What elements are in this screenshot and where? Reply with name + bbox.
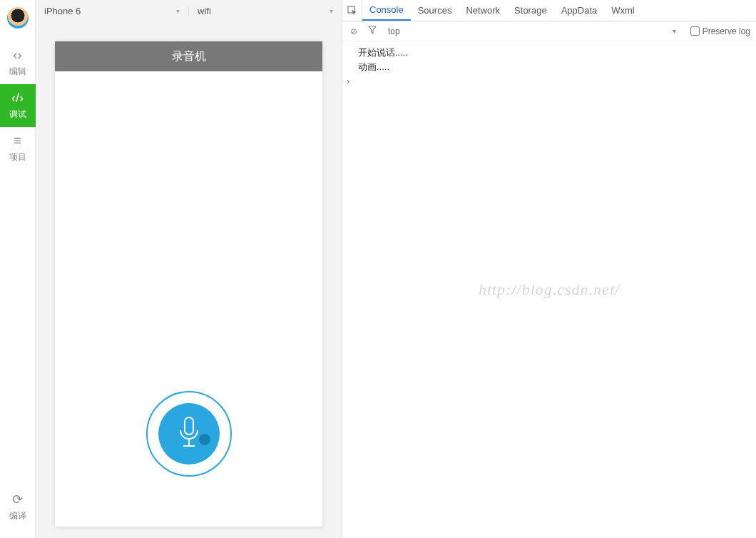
simulator-panel: iPhone 6 ▾ wifi ▾ 录音机 [36, 0, 342, 538]
preserve-log-label: Preserve log [703, 26, 750, 36]
clear-console-icon[interactable]: ⊘ [348, 26, 359, 36]
console-line: 开始说话..... [355, 46, 756, 60]
tab-label: Storage [514, 5, 547, 16]
chevron-down-icon: ▾ [330, 7, 333, 15]
sidebar-item-label: 编译 [9, 510, 26, 522]
device-select-value: iPhone 6 [44, 6, 81, 16]
console-toolbar: ⊘ top ▾ Preserve log [342, 21, 756, 41]
svg-rect-0 [185, 417, 193, 435]
tab-label: Network [466, 5, 500, 16]
tab-label: AppData [561, 5, 598, 16]
tab-network[interactable]: Network [459, 0, 507, 21]
microphone-icon [175, 416, 203, 452]
tab-label: Wxml [611, 5, 635, 16]
simulator-header: iPhone 6 ▾ wifi ▾ [36, 0, 342, 21]
sidebar-item-edit[interactable]: ‹› 编辑 [0, 41, 36, 84]
sidebar-item-debug[interactable]: ‹/› 调试 [0, 84, 36, 127]
app-navbar: 录音机 [55, 41, 322, 71]
sidebar-item-compile[interactable]: ⟳ 编译 [0, 485, 36, 528]
network-select-value: wifi [198, 6, 211, 16]
record-core [158, 403, 220, 465]
console-line: 动画..... [355, 60, 756, 74]
chevron-down-icon: ▾ [673, 27, 676, 35]
left-sidebar: ‹› 编辑 ‹/› 调试 ≡ 项目 ⟳ 编译 [0, 0, 36, 538]
tab-label: Console [369, 4, 404, 15]
sidebar-item-label: 调试 [9, 108, 26, 121]
tab-storage[interactable]: Storage [507, 0, 554, 21]
menu-icon: ≡ [14, 133, 21, 148]
tab-sources[interactable]: Sources [411, 0, 459, 21]
console-output[interactable]: 开始说话..... 动画..... › http://blog.csdn.net… [342, 41, 756, 538]
record-button[interactable] [146, 391, 232, 477]
sidebar-item-label: 项目 [9, 151, 26, 163]
tab-console[interactable]: Console [362, 0, 411, 21]
tab-wxml[interactable]: Wxml [604, 0, 642, 21]
watermark-text: http://blog.csdn.net/ [479, 280, 620, 299]
sidebar-item-project[interactable]: ≡ 项目 [0, 127, 36, 170]
device-select[interactable]: iPhone 6 ▾ [36, 6, 189, 16]
code-icon: ‹› [14, 48, 22, 63]
devtools-tabs: Console Sources Network Storage AppData … [342, 0, 756, 21]
preserve-log-toggle[interactable]: Preserve log [690, 26, 750, 36]
filter-icon[interactable] [367, 26, 378, 36]
sidebar-item-label: 编辑 [9, 66, 26, 78]
devtools-panel: Console Sources Network Storage AppData … [342, 0, 756, 538]
chevron-down-icon: ▾ [176, 7, 180, 15]
preserve-log-checkbox[interactable] [690, 26, 700, 36]
compile-icon: ⟳ [12, 492, 23, 507]
app-content [55, 71, 322, 527]
avatar[interactable] [7, 7, 29, 29]
tab-appdata[interactable]: AppData [554, 0, 605, 21]
element-picker-icon[interactable] [342, 0, 362, 21]
phone-frame: 录音机 [55, 41, 322, 527]
app-title: 录音机 [172, 49, 206, 64]
network-select[interactable]: wifi ▾ [189, 6, 342, 16]
tab-label: Sources [418, 5, 452, 16]
console-prompt-icon: › [347, 74, 349, 88]
debug-icon: ‹/› [11, 91, 24, 106]
context-select[interactable]: top [388, 26, 400, 36]
